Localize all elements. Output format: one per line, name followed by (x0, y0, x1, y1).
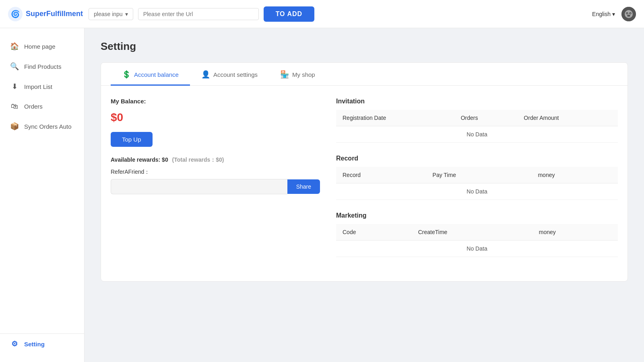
page-title: Setting (101, 40, 628, 53)
sidebar-icon-import-list: ⬇ (10, 82, 19, 91)
sidebar-bottom: ⚙ Setting (0, 333, 84, 354)
record-no-data: No Data (336, 183, 618, 200)
sidebar-label-import-list: Import List (24, 83, 52, 90)
invitation-col-1: Registration Date (336, 110, 454, 126)
sidebar-label-find-products: Find Products (24, 63, 62, 70)
balance-amount: $0 (111, 111, 320, 124)
refer-label: ReferAFriend： (111, 169, 320, 176)
add-button[interactable]: TO ADD (264, 6, 314, 22)
record-table: Record Pay Time money No Data (336, 167, 618, 200)
svg-point-6 (630, 13, 631, 14)
main-content: Setting 💲 Account balance 👤 Account sett… (85, 28, 644, 362)
right-panel: Invitation Registration Date Orders Orde… (336, 98, 618, 269)
app-header: 🌀 SuperFulfillment please inpu ▾ TO ADD … (0, 0, 644, 28)
svg-point-5 (627, 13, 627, 14)
sidebar-item-find-products[interactable]: 🔍 Find Products (0, 56, 84, 76)
user-avatar[interactable] (621, 7, 636, 21)
language-label: English (592, 11, 611, 17)
sidebar-icon-orders: 🛍 (10, 102, 19, 111)
url-input[interactable] (138, 8, 259, 20)
sidebar-item-home[interactable]: 🏠 Home page (0, 36, 84, 56)
svg-point-2 (625, 10, 633, 18)
tab-balance-label: Account balance (134, 71, 179, 78)
sidebar-icon-setting: ⚙ (10, 339, 19, 348)
store-select[interactable]: please inpu ▾ (89, 8, 133, 20)
sidebar: 🏠 Home page 🔍 Find Products ⬇ Import Lis… (0, 28, 85, 362)
rewards-amount: $0 (162, 156, 168, 163)
header-right: English ▾ (592, 7, 636, 21)
balance-panel: My Balance: $0 Top Up Available rewards:… (111, 98, 320, 269)
marketing-col-3: money (533, 224, 618, 241)
logo: 🌀 SuperFulfillment (8, 7, 89, 21)
rewards-line: Available rewards: $0 (Total rewards：$0) (111, 156, 320, 164)
sidebar-icon-sync-orders: 📦 (10, 122, 19, 131)
sidebar-item-import-list[interactable]: ⬇ Import List (0, 76, 84, 97)
sidebar-label-home: Home page (24, 43, 56, 50)
tab-content-balance: My Balance: $0 Top Up Available rewards:… (101, 86, 627, 281)
sidebar-item-orders[interactable]: 🛍 Orders (0, 97, 84, 116)
invitation-table: Registration Date Orders Order Amount No… (336, 110, 618, 143)
sidebar-icon-home: 🏠 (10, 42, 19, 51)
tab-shop-label: My shop (292, 71, 315, 78)
invitation-col-3: Order Amount (517, 110, 618, 126)
rewards-total: (Total rewards：$0) (172, 156, 224, 163)
tab-account-settings[interactable]: 👤 Account settings (190, 63, 269, 86)
record-title: Record (336, 155, 618, 162)
svg-point-7 (627, 14, 630, 16)
marketing-col-1: Code (336, 224, 412, 241)
marketing-title: Marketing (336, 212, 618, 219)
sidebar-label-sync-orders: Sync Orders Auto (24, 123, 72, 130)
sidebar-item-setting[interactable]: ⚙ Setting (0, 334, 84, 354)
refer-input[interactable] (111, 179, 287, 194)
rewards-label: Available rewards: (111, 156, 160, 163)
tab-balance-icon: 💲 (122, 70, 131, 79)
main-layout: 🏠 Home page 🔍 Find Products ⬇ Import Lis… (0, 28, 644, 362)
marketing-col-2: CreateTime (412, 224, 533, 241)
language-selector[interactable]: English ▾ (592, 11, 615, 17)
logo-icon: 🌀 (8, 7, 23, 21)
sidebar-label-setting: Setting (24, 341, 45, 348)
balance-label: My Balance: (111, 98, 320, 105)
header-url-section: please inpu ▾ TO ADD (89, 6, 592, 22)
store-select-label: please inpu (94, 11, 123, 17)
tab-settings-label: Account settings (213, 71, 258, 78)
invitation-title: Invitation (336, 98, 618, 105)
tabs-bar: 💲 Account balance 👤 Account settings 🏪 M… (101, 63, 627, 86)
language-chevron: ▾ (612, 11, 615, 17)
logo-text: SuperFulfillment (26, 10, 83, 18)
sidebar-icon-find-products: 🔍 (10, 62, 19, 71)
store-select-chevron: ▾ (125, 11, 128, 17)
tab-shop-icon: 🏪 (280, 70, 289, 79)
record-col-2: Pay Time (426, 167, 532, 183)
tab-settings-icon: 👤 (201, 70, 210, 79)
record-col-3: money (531, 167, 618, 183)
top-up-button[interactable]: Top Up (111, 132, 153, 147)
tab-account-balance[interactable]: 💲 Account balance (111, 63, 190, 86)
marketing-table: Code CreateTime money No Data (336, 224, 618, 257)
record-col-1: Record (336, 167, 426, 183)
share-button[interactable]: Share (287, 179, 320, 194)
marketing-no-data: No Data (336, 241, 618, 257)
content-card: 💲 Account balance 👤 Account settings 🏪 M… (101, 62, 628, 282)
invitation-col-2: Orders (454, 110, 518, 126)
refer-input-row: Share (111, 179, 320, 194)
sidebar-item-sync-orders[interactable]: 📦 Sync Orders Auto (0, 116, 84, 136)
sidebar-label-orders: Orders (24, 103, 43, 110)
invitation-no-data: No Data (336, 126, 618, 143)
tab-my-shop[interactable]: 🏪 My shop (269, 63, 326, 86)
